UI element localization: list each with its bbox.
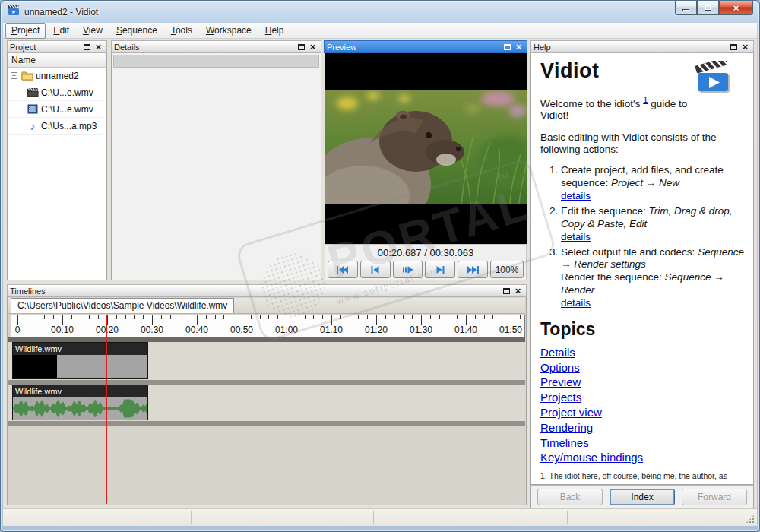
menu-view[interactable]: View [77,23,109,39]
help-footnote: 1. The idiot here, off course, being me,… [540,468,744,485]
audio-clip[interactable]: Wildlife.wmv [12,385,148,420]
topic-link-options[interactable]: Options [540,360,580,375]
ruler-label: 00:10 [51,325,74,335]
minimize-button[interactable] [675,1,697,15]
help-intro: Basic editing with Vidiot consists of th… [540,131,744,157]
ruler-label: 01:20 [365,325,388,335]
project-float-button[interactable] [81,42,93,52]
folder-icon [21,71,34,81]
maximize-button[interactable] [697,1,719,15]
forward-button[interactable]: Forward [682,489,747,505]
float-icon [84,44,90,50]
menu-tools[interactable]: Tools [165,23,198,39]
topic-link-projects[interactable]: Projects [540,390,581,405]
project-panel: Project × Name −unnamed2C:\U...e.wmvC:\U… [7,40,107,280]
next-frame-button[interactable] [425,261,455,278]
details-link[interactable]: details [561,297,591,309]
menu-workspace[interactable]: Workspace [200,23,258,39]
help-nav-buttons: Back Index Forward [530,485,754,508]
menu-edit[interactable]: Edit [47,23,75,39]
video-track: Wildlife.wmv [8,342,525,380]
details-empty-toolbar [113,55,319,68]
topic-link-timelines[interactable]: Timelines [540,435,589,451]
skip-to-end-button[interactable] [458,261,488,278]
ruler-label: 00:40 [185,325,208,335]
details-panel-title: Details [114,43,140,52]
details-float-button[interactable] [296,42,307,52]
resize-grip-icon[interactable] [746,515,755,524]
preview-close-button[interactable]: × [513,42,524,52]
project-item-root[interactable]: −unnamed2 [8,68,106,84]
track-divider[interactable] [8,421,525,426]
ruler-label: 0 [15,325,21,335]
help-close-button[interactable]: × [739,42,751,52]
ruler-label: 01:40 [454,325,477,335]
video-clip-body [13,355,147,378]
timeline-ruler[interactable]: 000:1000:2000:3000:4000:5001:0001:1001:2… [11,315,525,337]
tree-collapse-icon[interactable]: − [11,72,17,79]
welcome-text: Welcome to the idiot's [540,98,640,109]
play-button[interactable] [393,261,423,278]
menu-sequence[interactable]: Sequence [110,23,163,39]
details-panel: Details × [111,40,321,280]
vidiot-clapperboard-icon [694,61,733,97]
topic-link-preview[interactable]: Preview [540,375,581,390]
index-button[interactable]: Index [610,489,675,505]
timeline-tab[interactable]: C:\Users\Public\Videos\Sample Videos\Wil… [11,298,234,313]
help-panel-title: Help [534,43,551,52]
help-welcome: Welcome to the idiot's 1 guide to Vidiot… [540,95,744,121]
details-link[interactable]: details [561,231,591,242]
menu-project[interactable]: Project [5,23,46,39]
project-item-film[interactable]: C:\U...e.wmv [8,101,106,118]
topic-link-details[interactable]: Details [540,345,575,360]
tree-item-label: unnamed2 [36,71,79,81]
details-close-button[interactable]: × [307,42,318,52]
footnote-ref-link[interactable]: 1 [643,95,648,104]
project-item-clapperboard[interactable]: C:\U...e.wmv [8,84,106,101]
details-panel-header: Details × [111,40,321,53]
timelines-panel: Timelines × C:\Users\Public\Videos\Sampl… [7,284,527,505]
window-title: unnamed2 - Vidiot [24,7,98,17]
audio-clip-body [13,397,147,420]
music-note-icon: ♪ [26,121,40,131]
playhead[interactable] [106,315,107,504]
back-button[interactable]: Back [537,489,603,505]
close-icon: × [733,3,739,13]
app-icon [8,5,20,19]
menu-help[interactable]: Help [259,23,290,39]
skip-to-start-button[interactable] [328,261,358,278]
preview-panel-title: Preview [327,43,356,52]
topics-heading: Topics [540,319,744,340]
clip-label: Wildlife.wmv [13,385,147,397]
help-panel-header: Help × [530,40,754,53]
video-viewport[interactable] [325,53,527,244]
client-area: Project × Name −unnamed2C:\U...e.wmvC:\U… [3,39,757,508]
topic-link-key-mouse-bindings[interactable]: Key/mouse bindings [540,450,643,465]
timelines-close-button[interactable]: × [512,286,524,296]
close-button[interactable]: × [719,1,753,15]
minimize-icon [682,9,689,11]
playback-timestamp: 00:20.687 / 00:30.063 [325,244,527,259]
help-step: Create project, add files, and create se… [561,164,744,203]
preview-controls: 100% [325,259,527,280]
zoom-level-button[interactable]: 100% [490,261,524,278]
ruler-label: 01:10 [320,325,343,335]
project-panel-header: Project × [7,40,107,53]
audio-waveform [13,397,147,420]
help-float-button[interactable] [728,42,739,52]
preview-float-button[interactable] [502,42,513,52]
project-column-header[interactable]: Name [8,53,106,68]
title-bar[interactable]: unnamed2 - Vidiot × [1,1,759,23]
project-item-music-note[interactable]: ♪C:\Us...a.mp3 [8,118,106,135]
project-close-button[interactable]: × [93,42,104,52]
float-icon [298,44,305,50]
video-clip[interactable]: Wildlife.wmv [12,342,148,379]
status-separator [373,511,374,524]
previous-frame-button[interactable] [360,261,391,278]
ruler-label: 00:20 [96,325,119,335]
details-link[interactable]: details [561,190,591,201]
timelines-float-button[interactable] [501,286,512,296]
topic-link-project-view[interactable]: Project view [540,405,602,420]
status-bar [3,508,757,526]
topic-link-rendering[interactable]: Rendering [540,420,593,435]
